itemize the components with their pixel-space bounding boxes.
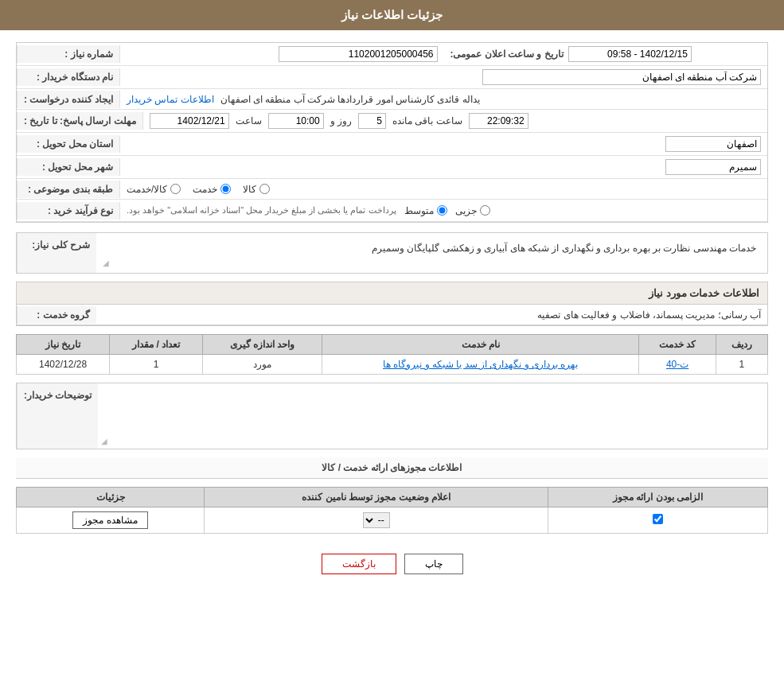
purchase-type-label: نوع فرآیند خرید : — [17, 202, 120, 220]
requester-row: ایجاد کننده درخواست : اطلاعات تماس خریدا… — [17, 89, 767, 110]
cell-service-code[interactable]: ت-40 — [639, 355, 716, 375]
purchase-radio1-input[interactable] — [480, 205, 490, 216]
page-title: جزئیات اطلاعات نیاز — [341, 8, 443, 21]
city-value: سمیرم — [120, 156, 767, 178]
purchase-radio2-label: متوسط — [404, 205, 434, 216]
city-input[interactable]: سمیرم — [665, 159, 761, 175]
purchase-type-note: پرداخت تمام یا بخشی از مبلغ خریدار محل "… — [127, 205, 396, 216]
reply-remaining-label: ساعت باقی مانده — [392, 115, 462, 126]
page-wrapper: جزئیات اطلاعات نیاز شماره نیاز : 1102001… — [0, 0, 784, 696]
purchase-radio2-input[interactable] — [437, 205, 447, 216]
cell-quantity: 1 — [110, 355, 203, 375]
col-row-num: ردیف — [716, 335, 767, 355]
lic-cell-status: -- — [205, 507, 548, 534]
col-service-code: کد خدمت — [639, 335, 716, 355]
main-info-section: شماره نیاز : 1102001205000456 تاریخ و سا… — [16, 42, 768, 223]
buyer-name-label: نام دستگاه خریدار : — [17, 68, 120, 86]
subject-radio-kala: کالا — [243, 184, 270, 195]
description-label: شرح کلی نیاز: — [17, 233, 96, 273]
license-row: -- مشاهده مجوز — [17, 507, 768, 534]
requester-link[interactable]: اطلاعات تماس خریدار — [127, 94, 214, 105]
buyer-notes-section: توضیحات خریدار: ◢ — [16, 383, 768, 449]
province-row: استان محل تحویل : اصفهان — [17, 133, 767, 156]
cell-service-name[interactable]: بهره برداری و نگهداری از سد یا شبکه و نی… — [322, 355, 639, 375]
subject-radio2-input[interactable] — [220, 184, 231, 194]
col-unit: واحد اندازه گیری — [203, 335, 322, 355]
need-number-label: شماره نیاز : — [17, 45, 120, 63]
purchase-type-content: پرداخت تمام یا بخشی از مبلغ خریدار محل "… — [120, 202, 767, 220]
province-label: استان محل تحویل : — [17, 135, 120, 153]
view-license-button[interactable]: مشاهده مجوز — [72, 511, 147, 529]
buyer-name-value: شرکت آب منطقه ای اصفهان — [120, 66, 767, 88]
purchase-type-radio-partial: جزیی — [455, 205, 490, 216]
subject-radio1-label: کالا — [243, 184, 256, 195]
description-row: شرح کلی نیاز: خدمات مهندسی نظارت بر بهره… — [17, 233, 767, 273]
reply-deadline-row: مهلت ارسال پاسخ: تا تاریخ : 1402/12/21 س… — [17, 110, 767, 133]
notes-label: توضیحات خریدار: — [17, 383, 98, 449]
buyer-name-row: نام دستگاه خریدار : شرکت آب منطقه ای اصف… — [17, 66, 767, 89]
notes-row: توضیحات خریدار: ◢ — [17, 383, 767, 449]
reply-days-label: روز و — [330, 115, 352, 126]
services-table: ردیف کد خدمت نام خدمت واحد اندازه گیری ت… — [16, 334, 768, 375]
requester-value: اطلاعات تماس خریدار یداله قائدی کارشناس … — [120, 91, 767, 108]
need-number-input[interactable]: 1102001205000456 — [279, 46, 438, 62]
buyer-name-input[interactable]: شرکت آب منطقه ای اصفهان — [482, 69, 761, 85]
notes-textarea[interactable] — [101, 387, 764, 434]
purchase-type-row: نوع فرآیند خرید : پرداخت تمام یا بخشی از… — [17, 200, 767, 222]
subject-radio-khidmat: خدمت — [193, 184, 231, 195]
subject-radio3-label: کالا/خدمت — [127, 184, 167, 195]
reply-time-label: ساعت — [236, 115, 262, 126]
footer-buttons: چاپ بازگشت — [16, 542, 768, 586]
subject-label: طبقه بندی موضوعی : — [17, 181, 120, 198]
notes-value: ◢ — [98, 383, 767, 449]
service-group-label: گروه خدمت : — [17, 306, 96, 324]
table-row: 1 ت-40 بهره برداری و نگهداری از سد یا شب… — [17, 355, 768, 375]
lic-col-required: الزامی بودن ارائه مجوز — [548, 488, 768, 507]
city-label: شهر محل تحویل : — [17, 158, 120, 176]
lic-cell-details: مشاهده مجوز — [17, 507, 205, 534]
province-value: اصفهان — [120, 133, 767, 155]
deadline-content: 1402/12/21 ساعت 10:00 روز و 5 ساعت باقی … — [143, 110, 767, 132]
purchase-type-radio-medium: متوسط — [404, 205, 447, 216]
description-section: شرح کلی نیاز: خدمات مهندسی نظارت بر بهره… — [16, 232, 768, 274]
purchase-radio1-label: جزیی — [455, 205, 477, 216]
print-button[interactable]: چاپ — [404, 554, 463, 574]
requester-label: ایجاد کننده درخواست : — [17, 91, 120, 108]
license-status-select[interactable]: -- — [363, 512, 390, 528]
col-quantity: تعداد / مقدار — [110, 335, 203, 355]
need-number-value: 1102001205000456 — [120, 43, 444, 65]
reply-days-input[interactable]: 5 — [358, 113, 386, 129]
subject-radio-content: کالا/خدمت خدمت کالا — [120, 181, 767, 198]
lic-col-details: جزئیات — [17, 488, 205, 507]
col-date: تاریخ نیاز — [17, 335, 110, 355]
services-section-header: اطلاعات خدمات مورد نیاز — [16, 282, 768, 304]
subject-radio1-input[interactable] — [259, 184, 270, 194]
requester-text: یداله قائدی کارشناس امور قراردادها شرکت … — [220, 94, 480, 105]
reply-deadline-label: مهلت ارسال پاسخ: تا تاریخ : — [17, 112, 143, 130]
subject-radio2-label: خدمت — [193, 184, 217, 195]
reply-time-input[interactable]: 10:00 — [268, 113, 324, 129]
service-group-value: آب رسانی؛ مدیریت پسماند، فاضلاب و فعالیت… — [96, 306, 767, 324]
content-area: شماره نیاز : 1102001205000456 تاریخ و سا… — [0, 30, 784, 598]
subject-row: طبقه بندی موضوعی : کالا/خدمت خدمت کالا — [17, 179, 767, 200]
reply-remaining-input[interactable]: 22:09:32 — [469, 113, 529, 129]
city-row: شهر محل تحویل : سمیرم — [17, 156, 767, 179]
lic-col-status: اعلام وضعیت مجوز توسط نامین کننده — [205, 488, 548, 507]
public-announce-label: تاریخ و ساعت اعلان عمومی: — [451, 49, 564, 60]
services-header-row: گروه خدمت : آب رسانی؛ مدیریت پسماند، فاض… — [17, 305, 767, 325]
col-service-name: نام خدمت — [322, 335, 639, 355]
back-button[interactable]: بازگشت — [322, 554, 396, 574]
license-required-checkbox[interactable] — [653, 514, 663, 524]
reply-date-input[interactable]: 1402/12/21 — [150, 113, 229, 129]
cell-row-num: 1 — [716, 355, 767, 375]
public-announce-input[interactable]: 1402/12/15 - 09:58 — [568, 46, 692, 62]
description-value: خدمات مهندسی نظارت بر بهره برداری و نگهد… — [96, 233, 767, 273]
license-section-header: اطلاعات مجوزهای ارائه خدمت / کالا — [16, 457, 768, 479]
province-input[interactable]: اصفهان — [665, 136, 761, 152]
need-number-row: شماره نیاز : 1102001205000456 تاریخ و سا… — [17, 43, 767, 66]
services-section: گروه خدمت : آب رسانی؛ مدیریت پسماند، فاض… — [16, 304, 768, 326]
cell-date: 1402/12/28 — [17, 355, 110, 375]
description-text: خدمات مهندسی نظارت بر بهره برداری و نگهد… — [103, 238, 761, 259]
subject-radio3-input[interactable] — [170, 184, 181, 194]
license-table: الزامی بودن ارائه مجوز اعلام وضعیت مجوز … — [16, 487, 768, 534]
